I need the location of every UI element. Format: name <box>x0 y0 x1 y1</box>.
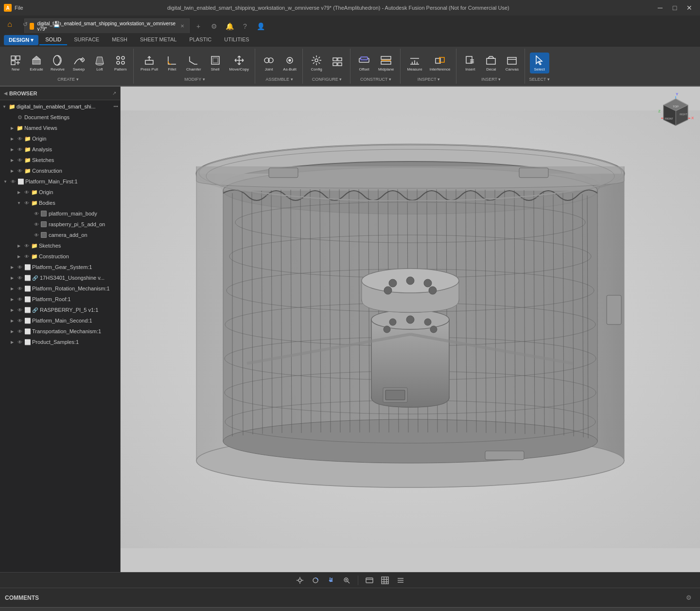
chamfer-button[interactable]: Chamfer <box>183 53 204 73</box>
eye-icon-body3[interactable]: 👁 <box>33 232 40 238</box>
tree-item-transportation[interactable]: ▶ 👁 ⬜ Transportation_Mechanism:1 <box>0 326 120 337</box>
eye-icon-construction2[interactable]: 👁 <box>23 253 30 260</box>
shell-button[interactable]: Shell <box>206 53 225 73</box>
tree-item-platform-main-first[interactable]: ▼ 👁 ⬜ Platform_Main_First:1 <box>0 176 120 187</box>
eye-icon-roof[interactable]: 👁 <box>17 296 23 303</box>
sweep-button[interactable]: Sweep <box>69 53 88 73</box>
tree-item-doc-settings[interactable]: ⚙ Document Settings <box>0 112 120 123</box>
tab-plastic[interactable]: PLASTIC <box>183 35 217 45</box>
tree-item-rpi[interactable]: ▶ 👁 ⬜ 🔗 RASPBERRY_PI_5 v1:1 <box>0 305 120 315</box>
zoom-button[interactable] <box>340 574 353 587</box>
interference-button[interactable]: Interference <box>427 53 454 73</box>
eye-icon-bodies[interactable]: 👁 <box>23 199 30 206</box>
design-button[interactable]: DESIGN ▾ <box>4 35 38 45</box>
eye-icon-analysis[interactable]: 👁 <box>17 146 23 153</box>
tab-close-button[interactable]: ✕ <box>180 23 184 29</box>
eye-icon-origin[interactable]: 👁 <box>17 135 23 142</box>
pan-button[interactable] <box>325 574 337 587</box>
home-button[interactable]: ⌂ <box>3 18 17 31</box>
viewcube[interactable]: TOP FRONT RIGHT X Y Z <box>656 91 695 130</box>
press-pull-button[interactable]: Press Pull <box>138 53 161 73</box>
tree-item-body3[interactable]: 👁 camera_add_on <box>0 230 120 240</box>
revolve-button[interactable]: Revolve <box>48 53 68 73</box>
grid-button[interactable] <box>379 574 391 587</box>
tree-item-platform-main-second[interactable]: ▶ 👁 ⬜ Platform_Main_Second:1 <box>0 315 120 326</box>
redo-button[interactable]: ↻ <box>34 18 48 31</box>
pattern-button[interactable]: Pattern <box>111 53 130 73</box>
eye-icon-motor[interactable]: 👁 <box>17 274 23 281</box>
more-settings-button[interactable] <box>394 574 407 587</box>
tree-item-body2[interactable]: 👁 raspberry_pi_5_add_on <box>0 219 120 230</box>
eye-icon-ps[interactable]: 👁 <box>17 339 23 345</box>
configure2-button[interactable] <box>328 54 347 71</box>
options-icon[interactable]: ••• <box>114 104 118 109</box>
joint-button[interactable]: Joint <box>259 53 279 73</box>
new-component-button[interactable]: New <box>6 53 25 73</box>
tree-item-roof[interactable]: ▶ 👁 ⬜ Platform_Roof:1 <box>0 294 120 305</box>
extrude-button[interactable]: Extrude <box>27 53 46 73</box>
eye-icon-body1[interactable]: 👁 <box>33 210 40 217</box>
loft-button[interactable]: Loft <box>90 53 109 73</box>
maximize-button[interactable]: □ <box>668 1 682 15</box>
tab-solid[interactable]: SOLID <box>39 35 67 45</box>
tree-item-platform-gear[interactable]: ▶ 👁 ⬜ Platform_Gear_System:1 <box>0 262 120 272</box>
eye-icon-construction1[interactable]: 👁 <box>17 167 23 174</box>
as-built-joint-button[interactable]: As-Built <box>280 53 299 73</box>
select-button[interactable]: Select <box>530 53 549 73</box>
tab-mesh[interactable]: MESH <box>106 35 133 45</box>
measure-button[interactable]: Measure <box>404 53 425 73</box>
tab-surface[interactable]: SURFACE <box>68 35 105 45</box>
eye-icon-origin2[interactable]: 👁 <box>23 189 30 196</box>
minimize-button[interactable]: ─ <box>653 1 667 15</box>
tree-item-sketches2[interactable]: ▶ 👁 📁 Sketches <box>0 240 120 251</box>
offset-plane-button[interactable]: Offset <box>354 53 374 73</box>
eye-icon-pg[interactable]: 👁 <box>17 264 23 270</box>
tree-item-bodies[interactable]: ▼ 👁 📁 Bodies <box>0 198 120 208</box>
configure-button[interactable]: Config <box>307 53 326 73</box>
help-icon[interactable]: ? <box>238 19 252 33</box>
tree-item-root[interactable]: ▼ 📁 digital_twin_enabled_smart_shi... ••… <box>0 101 120 112</box>
midplane-button[interactable]: Midplane <box>375 53 397 73</box>
eye-icon-rpi[interactable]: 👁 <box>17 306 23 313</box>
notification-icon[interactable]: 🔔 <box>223 19 236 33</box>
tree-item-sketches1[interactable]: ▶ 👁 📁 Sketches <box>0 155 120 165</box>
app-menu-file[interactable]: File <box>15 5 23 11</box>
close-button[interactable]: ✕ <box>682 1 696 15</box>
viewport[interactable]: TOP FRONT RIGHT X Y Z <box>121 87 700 572</box>
fit-all-button[interactable] <box>294 574 306 587</box>
eye-icon-pmf[interactable]: 👁 <box>10 178 17 185</box>
tree-item-body1[interactable]: 👁 platform_main_body <box>0 208 120 219</box>
fillet-button[interactable]: Fillet <box>162 53 182 73</box>
canvas-button[interactable]: Canvas <box>502 53 522 73</box>
move-button[interactable]: Move/Copy <box>227 53 252 73</box>
tree-item-construction1[interactable]: ▶ 👁 📁 Construction <box>0 165 120 176</box>
account-icon[interactable]: 👤 <box>254 19 267 33</box>
orbit-button[interactable] <box>309 574 322 587</box>
insert-derive-button[interactable]: Insert <box>460 53 480 73</box>
eye-icon-rotation[interactable]: 👁 <box>17 285 23 292</box>
tree-item-product-samples[interactable]: ▶ 👁 ⬜ Product_Samples:1 <box>0 337 120 347</box>
decal-button[interactable]: Decal <box>481 53 501 73</box>
tree-item-construction2[interactable]: ▶ 👁 📁 Construction <box>0 251 120 262</box>
display-settings-button[interactable] <box>363 574 376 587</box>
tab-utilities[interactable]: UTILITIES <box>218 35 255 45</box>
statusbar-settings-button[interactable]: ⚙ <box>682 592 695 604</box>
tab-sheet-metal[interactable]: SHEET METAL <box>134 35 182 45</box>
tree-item-rotation[interactable]: ▶ 👁 ⬜ Platform_Rotation_Mechanism:1 <box>0 283 120 294</box>
settings-icon[interactable]: ⚙ <box>207 19 221 33</box>
tree-item-origin2[interactable]: ▶ 👁 📁 Origin <box>0 187 120 198</box>
browser-expand-icon[interactable]: ↗ <box>112 90 116 96</box>
save-button[interactable]: 💾 <box>50 18 63 31</box>
eye-icon-transport[interactable]: 👁 <box>17 328 23 335</box>
inspect-group: Measure Interference INSPECT ▾ <box>402 49 457 84</box>
undo-button[interactable]: ↺ <box>18 18 32 31</box>
tree-item-named-views[interactable]: ▶ 📁 Named Views <box>0 123 120 133</box>
eye-icon-body2[interactable]: 👁 <box>33 221 40 228</box>
eye-icon-pms[interactable]: 👁 <box>17 317 23 324</box>
tree-item-analysis[interactable]: ▶ 👁 📁 Analysis <box>0 144 120 155</box>
new-tab-button[interactable]: + <box>192 19 205 33</box>
tree-item-motor[interactable]: ▶ 👁 ⬜ 🔗 17HS3401_Usongshine v... <box>0 272 120 283</box>
eye-icon-sketches2[interactable]: 👁 <box>23 242 30 249</box>
eye-icon-sketches1[interactable]: 👁 <box>17 157 23 163</box>
tree-item-origin[interactable]: ▶ 👁 📁 Origin <box>0 133 120 144</box>
